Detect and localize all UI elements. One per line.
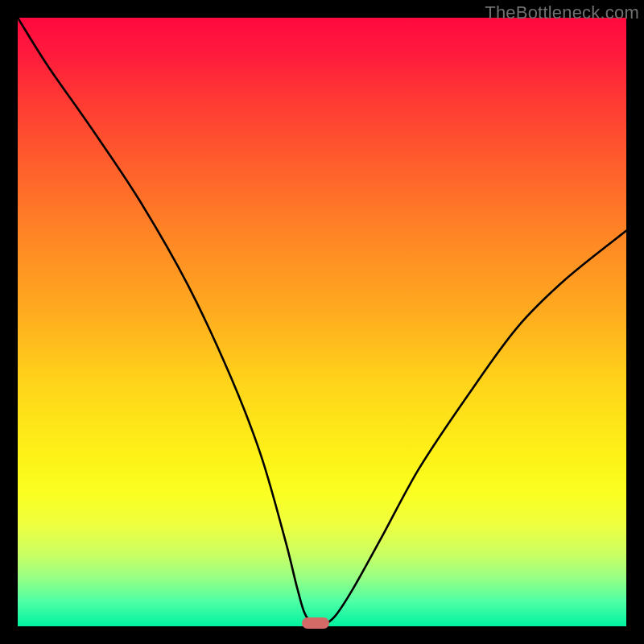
bottleneck-curve [18, 18, 626, 626]
plot-area [18, 18, 626, 626]
optimal-point-marker [302, 617, 329, 629]
chart-frame: TheBottleneck.com [0, 0, 644, 644]
watermark-text: TheBottleneck.com [485, 2, 639, 23]
